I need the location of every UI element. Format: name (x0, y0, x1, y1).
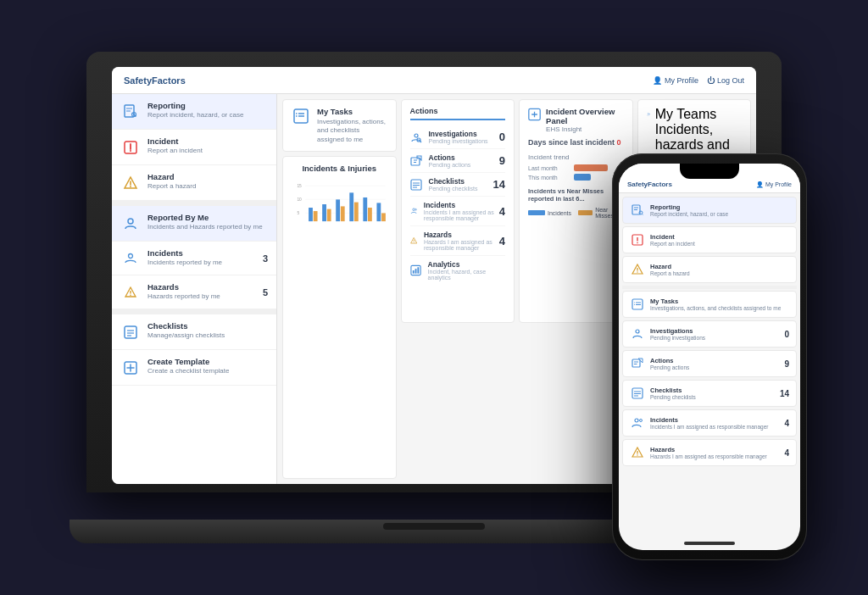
svg-rect-62 (314, 211, 318, 221)
sidebar-hazard[interactable]: Hazard Report a hazard (112, 165, 276, 201)
sidebar-reported-by-me[interactable]: Reported By Me Incidents and Hazards rep… (112, 206, 276, 242)
app-header: SafetyFactors 👤 My Profile ⏻ Log Out (112, 67, 756, 94)
svg-rect-70 (368, 208, 372, 221)
phone-pinc-text: Incidents Incidents I am assigned as res… (650, 416, 768, 430)
phone-tasks-text: My Tasks Investigations, actions, and ch… (650, 298, 781, 311)
hazard-title: Hazard (147, 172, 196, 181)
svg-rect-43 (412, 270, 414, 274)
actions-row-item[interactable]: Actions Pending actions 9 (410, 149, 506, 173)
phone-incident-title: Incident (650, 233, 695, 241)
svg-point-98 (640, 420, 643, 422)
incidents-left-act: Incidents Incidents I am assigned as res… (410, 201, 499, 221)
checklists-title: Checklists (147, 321, 225, 331)
phone-phaz-title: Hazards (650, 446, 767, 453)
phone-content[interactable]: Reporting Report incident, hazard, or ca… (619, 193, 800, 537)
svg-point-14 (130, 294, 131, 296)
hazards-label-act: Hazards (424, 231, 499, 239)
phone-hazard-icon (630, 262, 645, 277)
template-text: Create Template Create a checklist templ… (147, 357, 230, 375)
phone-chk-icon (630, 386, 645, 401)
phone-reporting-card[interactable]: Reporting Report incident, hazard, or ca… (622, 197, 797, 224)
investigations-row[interactable]: Investigations Pending investigations 0 (410, 125, 506, 149)
phone-divider-1 (622, 286, 797, 289)
phone-chk-sub: Pending checklists (650, 394, 696, 400)
phone-incident-card[interactable]: Incident Report an incident (622, 226, 797, 253)
incident-icon (120, 137, 141, 158)
incidents-text: Incidents Incidents reported by me (147, 248, 222, 267)
sidebar-reporting[interactable]: Reporting Report incident, hazard, or ca… (112, 94, 276, 130)
trend-chart: Incident trend Last month This month (528, 153, 624, 181)
phone-phaz-icon (630, 445, 645, 460)
phone-hazard-desc: Report a hazard (650, 270, 690, 276)
report-icon (120, 102, 141, 122)
logout-button[interactable]: ⏻ Log Out (707, 76, 744, 85)
checklists-desc: Manage/assign checklists (147, 331, 225, 340)
checklists-icon (120, 322, 141, 342)
svg-point-10 (128, 219, 133, 224)
svg-point-38 (415, 209, 416, 210)
checklists-row[interactable]: Checklists Pending checklists 14 (410, 173, 506, 197)
incidents-icon (120, 248, 141, 269)
svg-line-77 (642, 214, 643, 214)
investigations-left: Investigations Pending investigations (410, 130, 488, 144)
phone-tasks-card[interactable]: My Tasks Investigations, actions, and ch… (622, 291, 797, 318)
actions-group: Actions Pending actions (429, 153, 471, 168)
phone-act-icon (630, 356, 645, 371)
analytics-left: Analytics Incident, hazard, case analyti… (410, 260, 506, 281)
sidebar-checklists[interactable]: Checklists Manage/assign checklists (112, 314, 276, 350)
incident-title: Incident (147, 136, 203, 146)
my-tasks-card[interactable]: My Tasks Investigations, actions, and ch… (282, 99, 397, 152)
hazards-text: Hazards Hazards reported by me (147, 282, 220, 301)
phone-hazard-text: Hazard Report a hazard (650, 263, 690, 276)
phone-inv-card[interactable]: Investigations Pending investigations 0 (622, 320, 797, 348)
phone-pinc-count: 4 (784, 419, 789, 428)
svg-point-9 (130, 186, 131, 187)
incidents-group-act: Incidents Incidents I am assigned as res… (424, 201, 499, 221)
sidebar-incidents-count[interactable]: Incidents Incidents reported by me 3 (112, 242, 276, 275)
incidents-legend-bar (528, 210, 545, 215)
svg-point-27 (415, 134, 418, 137)
sidebar-create-template[interactable]: Create Template Create a checklist templ… (112, 350, 276, 386)
this-month-bar: This month (528, 174, 624, 181)
investigations-sub: Pending investigations (429, 138, 488, 144)
template-desc: Create a checklist template (147, 367, 230, 375)
svg-text:10: 10 (297, 197, 302, 202)
sidebar-incident[interactable]: Incident Report an incident (112, 130, 276, 165)
hazards-left: Hazards Hazards reported by me (120, 281, 220, 303)
phone-container: SafetyFactors 👤 My Profile Reporting Rep… (612, 153, 807, 560)
hazards-row-actions[interactable]: Hazards Hazards I am assigned as respons… (410, 226, 506, 256)
actions-panel: Actions Investigations Pending investiga… (401, 99, 515, 323)
svg-point-11 (129, 254, 133, 259)
hazard-desc: Report a hazard (147, 182, 196, 191)
phone-reporting-text: Reporting Report incident, hazard, or ca… (650, 203, 728, 217)
template-title: Create Template (147, 357, 230, 366)
phone-inv-text: Investigations Pending investigations (650, 327, 705, 341)
svg-rect-69 (363, 197, 367, 221)
incidents-left: Incidents Incidents reported by me (120, 247, 222, 269)
phone-phaz-card[interactable]: Hazards Hazards I am assigned as respons… (622, 439, 797, 466)
teams-title: My Teams (655, 107, 742, 122)
analytics-row[interactable]: Analytics Incident, hazard, case analyti… (410, 256, 506, 285)
checklists-group: Checklists Pending checklists (429, 177, 478, 192)
phone-incident-desc: Report an incident (650, 241, 695, 247)
overview-text: Incident Overview Panel EHS Insight (546, 107, 623, 133)
svg-point-89 (636, 330, 639, 333)
analytics-group: Analytics Incident, hazard, case analyti… (428, 260, 505, 281)
tasks-icon (292, 107, 310, 125)
phone-hazard-card[interactable]: Hazard Report a hazard (622, 256, 797, 283)
phone-chk-count: 14 (780, 389, 789, 398)
my-profile-button[interactable]: 👤 My Profile (653, 76, 698, 85)
incidents-subdesc: Incidents reported by me (147, 259, 222, 267)
phone-pinc-icon (630, 415, 645, 431)
profile-icon: 👤 (653, 76, 662, 85)
overview-title: Incident Overview Panel (546, 107, 623, 125)
sidebar-hazards-count[interactable]: Hazards Hazards reported by me 5 (112, 275, 276, 309)
incidents-row-actions[interactable]: Incidents Incidents I am assigned as res… (410, 197, 506, 226)
svg-rect-68 (354, 203, 359, 221)
phone-act-card[interactable]: Actions Pending actions 9 (622, 350, 797, 377)
phone-chk-card[interactable]: Checklists Pending checklists 14 (622, 380, 797, 407)
power-icon: ⏻ (707, 76, 715, 85)
phone-pinc-card[interactable]: Incidents Incidents I am assigned as res… (622, 409, 797, 437)
svg-point-83 (637, 271, 637, 272)
tasks-text: My Tasks Investigations, actions, and ch… (317, 107, 387, 144)
